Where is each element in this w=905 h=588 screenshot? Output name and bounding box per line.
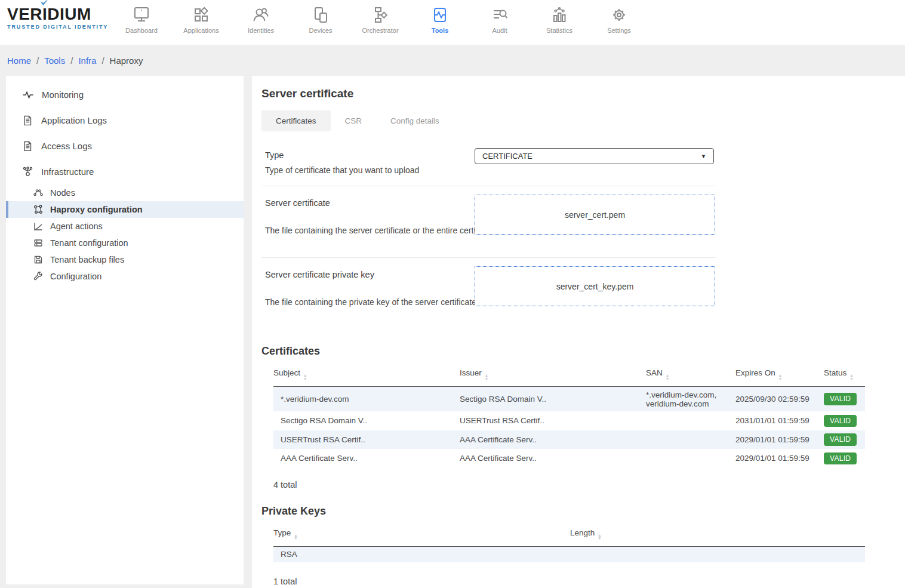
server-icon: [33, 238, 43, 248]
sidebar-item-label: Application Logs: [41, 115, 107, 125]
column-header-status[interactable]: Status▲▼: [824, 365, 865, 387]
private-keys-section-title: Private Keys: [261, 505, 905, 518]
certificate-type-value: CERTIFICATE: [482, 152, 532, 161]
tabs: Certificates CSR Config details: [261, 110, 905, 131]
sidebar-item-label: Tenant configuration: [50, 238, 128, 248]
private-key-filename: server_cert_key.pem: [556, 282, 634, 291]
sidebar-item-label: Agent actions: [50, 221, 103, 231]
sort-icon: ▲▼: [485, 374, 488, 380]
logo-checkmark-icon: [39, 0, 50, 7]
cell-expires: 2029/01/01 01:59:59: [735, 449, 824, 468]
applications-icon: [192, 5, 211, 24]
orchestrator-icon: [371, 5, 390, 24]
certificate-type-select[interactable]: CERTIFICATE ▼: [475, 148, 714, 164]
nav-orchestrator[interactable]: Orchestrator: [350, 0, 410, 34]
sidebar-item-label: Infrastructure: [41, 167, 94, 177]
breadcrumb-tools[interactable]: Tools: [44, 56, 65, 66]
status-badge: VALID: [824, 433, 857, 446]
nav-dashboard[interactable]: Dashboard: [112, 0, 171, 34]
sidebar-item-infrastructure[interactable]: Infrastructure: [6, 159, 244, 184]
certificates-total: 4 total: [273, 480, 905, 490]
nav-statistics[interactable]: Statistics: [530, 0, 589, 34]
nav-identities[interactable]: Identities: [231, 0, 291, 34]
top-nav: Dashboard Applications Identities Device…: [112, 0, 649, 34]
sidebar-item-label: Tenant backup files: [50, 255, 124, 264]
type-help: Type of certificate that you want to upl…: [265, 165, 716, 175]
main-panel: Server certificate Certificates CSR Conf…: [252, 76, 905, 588]
sidebar-item-haproxy-configuration[interactable]: Haproxy configuration: [6, 201, 244, 218]
private-key-dropzone[interactable]: server_cert_key.pem: [475, 266, 715, 306]
cell-expires: 2031/01/01 01:59:59: [735, 411, 824, 430]
table-row[interactable]: USERTrust RSA Certif.. AAA Certificate S…: [273, 430, 865, 450]
table-row[interactable]: *.veridium-dev.com Sectigo RSA Domain V.…: [273, 387, 865, 412]
breadcrumb-separator: /: [101, 56, 104, 66]
sidebar-item-configuration[interactable]: Configuration: [6, 268, 244, 285]
cell-expires: 2025/09/30 02:59:59: [735, 387, 824, 412]
sidebar-item-nodes[interactable]: Nodes: [6, 184, 244, 201]
cell-subject: *.veridium-dev.com: [273, 387, 460, 412]
sidebar-item-label: Monitoring: [42, 90, 84, 100]
sidebar-item-application-logs[interactable]: Application Logs: [6, 107, 244, 133]
sort-icon: ▲▼: [778, 374, 782, 380]
private-keys-total: 1 total: [273, 577, 905, 586]
table-row[interactable]: AAA Certificate Serv.. AAA Certificate S…: [273, 449, 865, 468]
nav-settings[interactable]: Settings: [589, 0, 649, 34]
cell-san: [646, 449, 735, 468]
sort-icon: ▲▼: [294, 534, 297, 540]
status-badge: VALID: [824, 452, 857, 465]
app-header: VERIDIUM TRUSTED DIGITAL IDENTITY Dashbo…: [0, 0, 905, 45]
document-icon: [23, 115, 33, 125]
identities-icon: [251, 5, 270, 24]
column-header-subject[interactable]: Subject▲▼: [273, 365, 460, 387]
save-icon: [33, 255, 43, 264]
logo-wordmark: VERIDIUM: [7, 5, 108, 23]
sidebar-item-monitoring[interactable]: Monitoring: [6, 82, 244, 107]
table-row[interactable]: Sectigo RSA Domain V.. USERTrust RSA Cer…: [273, 411, 865, 430]
tab-certificates[interactable]: Certificates: [261, 110, 331, 131]
tab-csr[interactable]: CSR: [331, 110, 377, 131]
breadcrumb-separator: /: [70, 56, 73, 66]
cell-expires: 2029/01/01 01:59:59: [735, 430, 824, 450]
cell-san: [646, 411, 735, 430]
sidebar-item-agent-actions[interactable]: Agent actions: [6, 218, 244, 235]
sidebar-item-access-logs[interactable]: Access Logs: [6, 133, 244, 159]
column-header-issuer[interactable]: Issuer▲▼: [460, 365, 646, 387]
server-certificate-dropzone[interactable]: server_cert.pem: [475, 195, 715, 235]
table-row[interactable]: RSA: [273, 546, 865, 562]
wrench-icon: [33, 272, 43, 281]
sidebar-item-label: Haproxy configuration: [50, 205, 143, 214]
status-badge: VALID: [824, 393, 857, 405]
status-badge: VALID: [824, 415, 857, 427]
devices-icon: [311, 5, 330, 24]
sidebar-item-label: Access Logs: [41, 141, 92, 151]
sort-icon: ▲▼: [666, 374, 669, 380]
private-keys-table: Type▲▼ Length▲▼ RSA: [273, 525, 865, 562]
cell-san: [646, 430, 735, 450]
column-header-type[interactable]: Type▲▼: [273, 525, 570, 547]
column-header-length[interactable]: Length▲▼: [570, 525, 865, 547]
sidebar-item-tenant-backup-files[interactable]: Tenant backup files: [6, 251, 244, 268]
server-certificate-filename: server_cert.pem: [565, 210, 625, 220]
breadcrumb-home[interactable]: Home: [7, 56, 31, 66]
veridium-logo[interactable]: VERIDIUM TRUSTED DIGITAL IDENTITY: [7, 5, 108, 30]
cell-issuer: Sectigo RSA Domain V..: [460, 387, 646, 412]
cell-type: RSA: [273, 546, 570, 562]
nav-audit[interactable]: Audit: [470, 0, 530, 34]
nav-applications[interactable]: Applications: [171, 0, 231, 34]
share-nodes-icon: [33, 205, 43, 214]
cell-length: [570, 546, 865, 562]
sidebar-item-tenant-configuration[interactable]: Tenant configuration: [6, 235, 244, 251]
nav-tools[interactable]: Tools: [410, 0, 470, 34]
tab-config-details[interactable]: Config details: [376, 110, 454, 131]
settings-icon: [610, 5, 629, 24]
statistics-icon: [550, 5, 569, 24]
breadcrumb-separator: /: [36, 56, 39, 66]
nav-devices[interactable]: Devices: [291, 0, 350, 34]
sort-icon: ▲▼: [303, 374, 307, 380]
breadcrumb-infra[interactable]: Infra: [78, 56, 96, 66]
document-icon: [23, 141, 33, 151]
column-header-expires-on[interactable]: Expires On▲▼: [735, 365, 824, 387]
column-header-san[interactable]: SAN▲▼: [646, 365, 735, 387]
sidebar-item-label: Nodes: [50, 188, 75, 198]
nodes-icon: [33, 188, 43, 198]
